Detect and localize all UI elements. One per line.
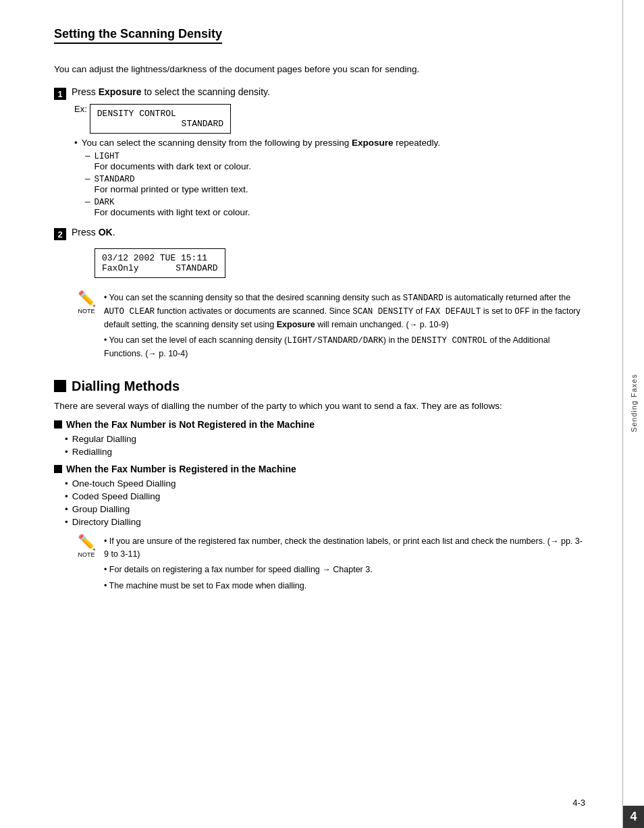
dialling-methods-title-box: Dialling Methods (54, 379, 585, 394)
list-item-coded: Coded Speed Dialling (65, 491, 585, 501)
chapter-number: 4 (623, 806, 644, 828)
step-2: 2 Press OK. 03/12 2002 TUE 15:11 FaxOnly… (54, 227, 585, 282)
note-label-2: NOTE (78, 551, 95, 558)
list-item-regular: Regular Dialling (65, 434, 585, 444)
sidebar: Sending Faxes 4 (622, 0, 644, 828)
sub-heading-square-1 (54, 420, 62, 429)
dialling-intro: There are several ways of dialling the n… (54, 401, 585, 411)
step-1-text: Press Exposure to select the scanning de… (72, 86, 270, 97)
sub-heading-text-2: When the Fax Number is Registered in the… (66, 464, 296, 474)
page-number: 4-3 (572, 798, 585, 808)
sub-heading-square-2 (54, 465, 62, 473)
list-item-onetouch: One-touch Speed Dialling (65, 478, 585, 489)
step-number-2: 2 (54, 228, 66, 240)
step1-sub-bullets: LIGHT For documents with dark text or co… (85, 150, 585, 217)
dialling-methods-section: Dialling Methods There are several ways … (54, 379, 585, 596)
sidebar-label: Sending Faxes (630, 367, 638, 439)
main-content: Setting the Scanning Density You can adj… (0, 0, 622, 828)
step-2-text: Press OK. (72, 227, 115, 238)
note-content-1: • You can set the scanning density so th… (104, 292, 585, 364)
ex-label-1: Ex: (74, 104, 87, 114)
note-box-2: ✏️ NOTE • If you are unsure of the regis… (74, 535, 585, 596)
pencil-icon: ✏️ (78, 292, 96, 306)
list-item-group: Group Dialling (65, 504, 585, 514)
step-number-1: 1 (54, 88, 66, 100)
note-content-2: • If you are unsure of the registered fa… (104, 535, 585, 596)
not-registered-items: Regular Dialling Redialling (65, 434, 585, 457)
sub-bullet-standard: STANDARD For normal printed or type writ… (85, 173, 585, 194)
step1-bullet: You can select the scanning density from… (74, 138, 585, 148)
registered-items: One-touch Speed Dialling Coded Speed Dia… (65, 478, 585, 527)
list-item-redialling: Redialling (65, 447, 585, 457)
lcd-display-2: 03/12 2002 TUE 15:11 FaxOnly STANDARD (95, 248, 225, 278)
note-icon-2: ✏️ NOTE (74, 535, 99, 558)
step-1: 1 Press Exposure to select the scanning … (54, 86, 585, 217)
sub-heading-text-1: When the Fax Number is Not Registered in… (66, 419, 315, 430)
note-icon-1: ✏️ NOTE (74, 292, 99, 314)
section-title: Setting the Scanning Density (54, 27, 222, 44)
list-item-directory: Directory Dialling (65, 517, 585, 527)
sub-bullet-light: LIGHT For documents with dark text or co… (85, 150, 585, 171)
lcd-display-1: DENSITY CONTROL STANDARD (90, 104, 231, 134)
dialling-methods-title: Dialling Methods (72, 379, 180, 394)
intro-text: You can adjust the lightness/darkness of… (54, 64, 585, 74)
pencil-icon-2: ✏️ (78, 535, 96, 550)
black-square-icon (54, 380, 66, 392)
note-label-1: NOTE (78, 308, 95, 314)
note-box-1: ✏️ NOTE • You can set the scanning densi… (74, 292, 585, 364)
sub-bullet-dark: DARK For documents with light text or co… (85, 196, 585, 217)
sub-heading-not-registered: When the Fax Number is Not Registered in… (54, 419, 585, 430)
sub-heading-registered: When the Fax Number is Registered in the… (54, 464, 585, 474)
